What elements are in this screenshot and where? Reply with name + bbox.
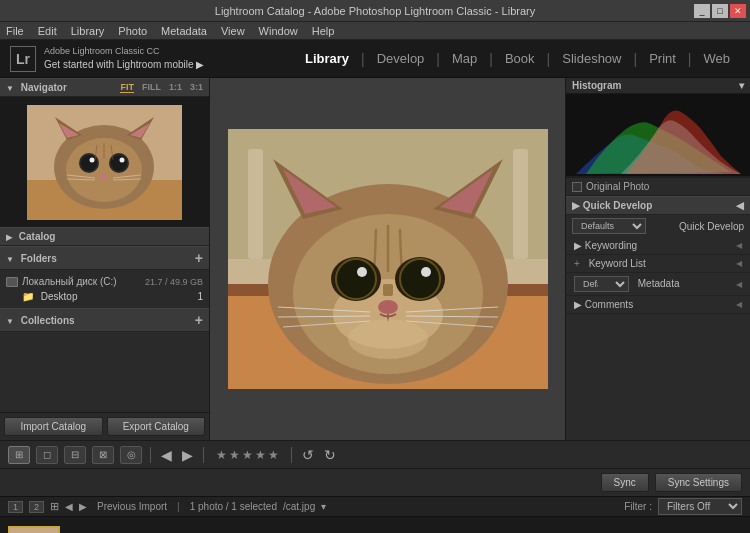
nav-bar: Library | Develop | Map | Book | Slidesh…: [295, 47, 740, 70]
disk-size: 21.7 / 49.9 GB: [145, 277, 203, 287]
menu-view[interactable]: View: [221, 25, 245, 37]
keywording-title: Keywording: [585, 240, 637, 251]
nav-slideshow[interactable]: Slideshow: [552, 47, 631, 70]
view-compare-button[interactable]: ⊟: [64, 446, 86, 464]
collections-header[interactable]: ▼ Collections +: [0, 308, 209, 332]
quick-develop-arrow: ◀: [736, 200, 744, 211]
original-photo-checkbox[interactable]: [572, 182, 582, 192]
page-1-btn[interactable]: 1: [8, 501, 23, 513]
bottom-toolbar: ⊞ ◻ ⊟ ⊠ ◎ ◀ ▶ ★ ★ ★ ★ ★ ↺ ↻: [0, 440, 750, 468]
nav-library[interactable]: Library: [295, 47, 359, 70]
page-2-btn[interactable]: 2: [29, 501, 44, 513]
navigator-thumbnail: [27, 105, 182, 220]
main-layout: ▼ Navigator FIT FILL 1:1 3:1: [0, 78, 750, 440]
maximize-button[interactable]: □: [712, 4, 728, 18]
collections-add-button[interactable]: +: [195, 312, 203, 328]
folders-content: Локальный диск (C:) 21.7 / 49.9 GB 📁 Des…: [0, 270, 209, 308]
preset-select[interactable]: Defaults: [572, 218, 646, 234]
navigator-header[interactable]: ▼ Navigator FIT FILL 1:1 3:1: [0, 78, 209, 97]
import-catalog-button[interactable]: Import Catalog: [4, 417, 103, 436]
histogram-header[interactable]: Histogram ▾: [566, 78, 750, 94]
star-3[interactable]: ★: [242, 448, 253, 462]
minimize-button[interactable]: _: [694, 4, 710, 18]
filter-select[interactable]: Filters Off: [658, 498, 742, 515]
zoom-1to1[interactable]: 1:1: [169, 82, 182, 93]
folders-header[interactable]: ▼ Folders +: [0, 246, 209, 270]
rotate-right-button[interactable]: ↻: [322, 447, 338, 463]
menu-file[interactable]: File: [6, 25, 24, 37]
svg-point-13: [120, 157, 125, 162]
menu-window[interactable]: Window: [259, 25, 298, 37]
svg-point-42: [378, 300, 398, 314]
keyword-list-item[interactable]: + Keyword List ◀: [566, 255, 750, 273]
menu-metadata[interactable]: Metadata: [161, 25, 207, 37]
keyword-list-arrow: ◀: [736, 259, 742, 268]
menu-help[interactable]: Help: [312, 25, 335, 37]
disk-item[interactable]: Локальный диск (C:) 21.7 / 49.9 GB: [0, 274, 209, 289]
menu-bar: File Edit Library Photo Metadata View Wi…: [0, 22, 750, 40]
fs-prev-btn[interactable]: ◀: [65, 501, 73, 512]
nav-sep-5: |: [633, 51, 637, 67]
export-catalog-button[interactable]: Export Catalog: [107, 417, 206, 436]
star-4[interactable]: ★: [255, 448, 266, 462]
filmstrip-count: 1 photo / 1 selected: [190, 501, 277, 512]
nav-sep-4: |: [547, 51, 551, 67]
center-area: [210, 78, 565, 440]
arrow-prev-button[interactable]: ◀: [159, 447, 174, 463]
filter-area: Filter : Filters Off: [624, 498, 742, 515]
comments-item[interactable]: ▶ Comments ◀: [566, 296, 750, 314]
app-name-label: Adobe Lightroom Classic CC: [44, 46, 204, 58]
zoom-fit[interactable]: FIT: [120, 82, 134, 93]
fs-grid-btn[interactable]: ⊞: [50, 500, 59, 513]
nav-book[interactable]: Book: [495, 47, 545, 70]
filmstrip-location: Previous Import: [97, 501, 167, 512]
zoom-3to1[interactable]: 3:1: [190, 82, 203, 93]
rotate-left-button[interactable]: ↺: [300, 447, 316, 463]
main-photo[interactable]: [228, 129, 548, 389]
svg-point-10: [81, 155, 97, 171]
nav-map[interactable]: Map: [442, 47, 487, 70]
comments-title: Comments: [585, 299, 633, 310]
desktop-item[interactable]: 📁 Desktop 1: [0, 289, 209, 304]
folder-icon: 📁: [22, 291, 34, 302]
svg-rect-41: [383, 284, 393, 296]
view-loupe-button[interactable]: ◻: [36, 446, 58, 464]
sync-button[interactable]: Sync: [601, 473, 649, 492]
star-5[interactable]: ★: [268, 448, 279, 462]
metadata-preset-select[interactable]: Default:: [574, 276, 629, 292]
catalog-header[interactable]: ▶ Catalog: [0, 227, 209, 246]
view-grid-button[interactable]: ⊞: [8, 446, 30, 464]
menu-photo[interactable]: Photo: [118, 25, 147, 37]
filename-dropdown[interactable]: ▾: [321, 501, 326, 512]
view-survey-button[interactable]: ⊠: [92, 446, 114, 464]
zoom-fill[interactable]: FILL: [142, 82, 161, 93]
collections-title: Collections: [21, 315, 75, 326]
mobile-prompt-label[interactable]: Get started with Lightroom mobile ▶: [44, 58, 204, 71]
quick-develop-row: Defaults Quick Develop: [566, 215, 750, 237]
navigator-title: Navigator: [21, 82, 67, 93]
folders-add-button[interactable]: +: [195, 250, 203, 266]
svg-point-50: [348, 319, 428, 359]
desktop-label: Desktop: [41, 291, 78, 302]
star-1[interactable]: ★: [216, 448, 227, 462]
arrow-next-button[interactable]: ▶: [180, 447, 195, 463]
quick-develop-header[interactable]: ▶ Quick Develop ◀: [566, 196, 750, 215]
nav-develop[interactable]: Develop: [367, 47, 435, 70]
fs-next-btn[interactable]: ▶: [79, 501, 87, 512]
metadata-item[interactable]: Default: Metadata ◀: [566, 273, 750, 296]
svg-rect-51: [248, 149, 263, 259]
nav-print[interactable]: Print: [639, 47, 686, 70]
keyword-list-title: Keyword List: [589, 258, 646, 269]
sync-settings-button[interactable]: Sync Settings: [655, 473, 742, 492]
star-2[interactable]: ★: [229, 448, 240, 462]
filmstrip-thumb-1[interactable]: [8, 526, 60, 534]
view-people-button[interactable]: ◎: [120, 446, 142, 464]
histogram-arrow: ▾: [739, 80, 744, 91]
folders-title: Folders: [21, 253, 57, 264]
navigator-preview[interactable]: [0, 97, 209, 227]
menu-edit[interactable]: Edit: [38, 25, 57, 37]
close-button[interactable]: ✕: [730, 4, 746, 18]
nav-web[interactable]: Web: [694, 47, 741, 70]
keywording-item[interactable]: ▶ Keywording ◀: [566, 237, 750, 255]
menu-library[interactable]: Library: [71, 25, 105, 37]
